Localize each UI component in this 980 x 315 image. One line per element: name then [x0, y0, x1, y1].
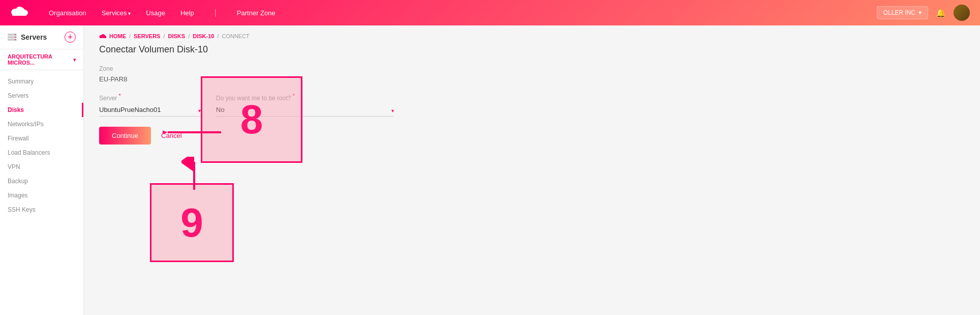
continue-button[interactable]: Continue	[99, 127, 151, 145]
sidebar-item-ssh-keys[interactable]: SSH Keys	[0, 203, 83, 217]
sidebar-item-disks[interactable]: Disks	[0, 103, 83, 117]
breadcrumb-sep-1: /	[129, 33, 131, 39]
breadcrumb-logo-icon	[99, 34, 106, 39]
breadcrumb: HOME / SERVERS / DISKS / DISK-10 / CONNE…	[84, 25, 980, 42]
breadcrumb-home[interactable]: HOME	[109, 33, 126, 39]
company-selector[interactable]: OLLER INC	[877, 6, 928, 19]
topnav-right: OLLER INC 🔔	[877, 5, 970, 21]
sidebar-item-networks-ips[interactable]: Networks/IPs	[0, 117, 83, 131]
main-content: HOME / SERVERS / DISKS / DISK-10 / CONNE…	[84, 25, 980, 315]
annotation-8-number: 8	[240, 96, 263, 143]
annotation-9-number: 9	[180, 199, 203, 246]
svg-point-10	[15, 39, 16, 40]
sidebar-item-servers[interactable]: Servers	[0, 89, 83, 103]
breadcrumb-disk-10[interactable]: DISK-10	[193, 33, 214, 39]
nav-services[interactable]: Services	[102, 9, 131, 17]
nav-divider: |	[215, 8, 217, 17]
svg-point-3	[16, 7, 22, 12]
sidebar-header: Servers +	[0, 25, 83, 49]
svg-rect-15	[100, 37, 106, 38]
nav-organisation[interactable]: Organisation	[49, 9, 86, 17]
servers-icon	[8, 34, 17, 41]
sidebar-item-backup[interactable]: Backup	[0, 174, 83, 188]
sidebar-item-summary[interactable]: Summary	[0, 74, 83, 89]
server-select-wrapper: UbuntuPrueNacho01 ▾	[99, 105, 201, 117]
main-layout: Servers + ARQUITECTURA MICROS... Summary…	[0, 25, 980, 315]
sidebar: Servers + ARQUITECTURA MICROS... Summary…	[0, 25, 84, 315]
user-avatar[interactable]	[954, 5, 970, 21]
avatar-image	[954, 5, 970, 21]
breadcrumb-current: CONNECT	[222, 33, 249, 39]
page-title: Conectar Volumen Disk-10	[84, 42, 980, 65]
breadcrumb-disks[interactable]: DISKS	[168, 33, 186, 39]
nav-usage[interactable]: Usage	[146, 9, 165, 17]
nav-help[interactable]: Help	[180, 9, 194, 17]
svg-point-8	[15, 34, 16, 35]
svg-rect-4	[12, 12, 26, 16]
sidebar-title: Servers	[21, 33, 47, 41]
svg-point-14	[102, 34, 104, 36]
annotation-9-box: 9	[150, 183, 234, 262]
sidebar-item-load-balancers[interactable]: Load Balancers	[0, 146, 83, 160]
breadcrumb-sep-3: /	[188, 33, 190, 39]
breadcrumb-servers[interactable]: SERVERS	[134, 33, 160, 39]
breadcrumb-sep-4: /	[217, 33, 219, 39]
server-select[interactable]: UbuntuPrueNacho01	[99, 106, 201, 113]
server-label: Server *	[99, 93, 201, 102]
nav-partner-zone[interactable]: Partner Zone	[237, 9, 275, 17]
project-selector[interactable]: ARQUITECTURA MICROS...	[0, 49, 83, 70]
svg-point-9	[15, 37, 16, 38]
add-server-button[interactable]: +	[65, 32, 76, 43]
annotation-9-arrow-icon	[181, 157, 207, 192]
sidebar-nav: Summary Servers Disks Networks/IPs Firew…	[0, 70, 83, 221]
topnav: Organisation Services Usage Help | Partn…	[0, 0, 980, 25]
sidebar-item-images[interactable]: Images	[0, 188, 83, 203]
sidebar-item-firewall[interactable]: Firewall	[0, 131, 83, 146]
sidebar-item-vpn[interactable]: VPN	[0, 160, 83, 174]
server-field-group: Server * UbuntuPrueNacho01 ▾	[99, 93, 201, 117]
logo	[10, 5, 28, 20]
zone-label: Zone	[99, 65, 965, 72]
bell-icon[interactable]: 🔔	[936, 8, 946, 18]
annotation-8-arrow-icon	[163, 120, 224, 145]
breadcrumb-sep-2: /	[163, 33, 165, 39]
